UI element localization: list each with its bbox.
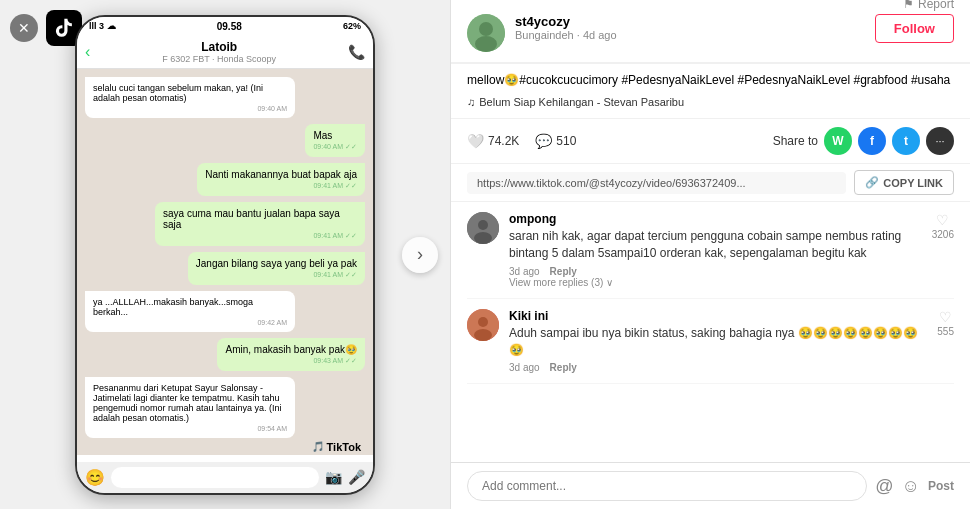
facebook-icon: f bbox=[870, 134, 874, 148]
at-mention-button[interactable]: @ bbox=[875, 476, 893, 497]
comments-list: ompong saran nih kak, agar dapat tercium… bbox=[451, 202, 970, 462]
video-info-header: st4ycozy Bungaindeh · 4d ago Follow bbox=[451, 0, 970, 63]
message-text: Nanti makanannya buat bapak aja bbox=[205, 169, 357, 180]
commenter-avatar bbox=[467, 212, 499, 244]
status-bar: lll 3 ☁ 09.58 62% bbox=[77, 17, 373, 36]
share-section: Share to W f t ··· bbox=[773, 127, 954, 155]
tiktok-watermark-text: TikTok bbox=[327, 441, 361, 453]
commenter-name: ompong bbox=[509, 212, 922, 226]
like-icon[interactable]: ♡ bbox=[939, 309, 952, 325]
svg-point-8 bbox=[474, 329, 492, 341]
comment-timestamp: 3d ago bbox=[509, 362, 540, 373]
camera-icon[interactable]: 📷 bbox=[325, 469, 342, 485]
emoji-icon[interactable]: 😊 bbox=[85, 468, 105, 487]
comment-body: ompong saran nih kak, agar dapat tercium… bbox=[509, 212, 922, 288]
reply-button[interactable]: Reply bbox=[550, 362, 577, 373]
comment-footer: 3d ago Reply bbox=[509, 362, 927, 373]
message-text: ya ...ALLLAH...makasih banyak...smoga be… bbox=[93, 297, 287, 317]
share-twitter-button[interactable]: t bbox=[892, 127, 920, 155]
svg-point-2 bbox=[475, 36, 497, 52]
message-time: 09:41 AM ✓✓ bbox=[205, 182, 357, 190]
tiktok-logo-svg bbox=[53, 17, 75, 39]
comment-timestamp: 3d ago bbox=[509, 266, 540, 277]
comment-body: Kiki ini Aduh sampai ibu nya bikin statu… bbox=[509, 309, 927, 374]
comment-like-section: ♡ 3206 bbox=[932, 212, 954, 288]
more-icon: ··· bbox=[935, 135, 944, 147]
music-title: Belum Siap Kehilangan - Stevan Pasaribu bbox=[479, 95, 684, 110]
chat-contact-info: Latoib F 6302 FBT · Honda Scoopy bbox=[96, 40, 342, 64]
view-more-replies-button[interactable]: View more replies (3) ∨ bbox=[509, 277, 922, 288]
back-button[interactable]: ‹ bbox=[85, 43, 90, 61]
comment-text: saran nih kak, agar dapat tercium penggu… bbox=[509, 228, 922, 262]
stats-bar: 🤍 74.2K 💬 510 Share to W f t ··· bbox=[451, 119, 970, 164]
message-text: selalu cuci tangan sebelum makan, ya! (I… bbox=[93, 83, 287, 103]
user-meta-label: Bungaindeh · 4d ago bbox=[515, 29, 865, 41]
message-text: Mas bbox=[313, 130, 357, 141]
message-time: 09:40 AM ✓✓ bbox=[313, 143, 357, 151]
message-time: 09:42 AM bbox=[93, 319, 287, 326]
svg-point-5 bbox=[474, 232, 492, 244]
comment-item: ompong saran nih kak, agar dapat tercium… bbox=[467, 202, 954, 299]
username-label: st4ycozy bbox=[515, 14, 865, 29]
message-bubble: selalu cuci tangan sebelum makan, ya! (I… bbox=[85, 77, 295, 118]
message-bubble: ya ...ALLLAH...makasih banyak...smoga be… bbox=[85, 291, 295, 332]
message-bubble: Mas 09:40 AM ✓✓ bbox=[305, 124, 365, 157]
video-caption: mellow🥹#cucokcucucimory #PedesnyaNaikLev… bbox=[451, 64, 970, 119]
music-info: ♫ Belum Siap Kehilangan - Stevan Pasarib… bbox=[467, 95, 954, 110]
likes-count: 74.2K bbox=[488, 134, 519, 148]
chat-area: selalu cuci tangan sebelum makan, ya! (I… bbox=[77, 69, 373, 455]
like-count: 3206 bbox=[932, 229, 954, 240]
follow-button[interactable]: Follow bbox=[875, 14, 954, 43]
svg-point-1 bbox=[479, 22, 493, 36]
mic-icon[interactable]: 🎤 bbox=[348, 469, 365, 485]
link-icon: 🔗 bbox=[865, 176, 879, 189]
share-label: Share to bbox=[773, 134, 818, 148]
tiktok-watermark: 🎵 TikTok bbox=[312, 441, 361, 453]
avatar-image bbox=[467, 14, 505, 52]
heart-icon: 🤍 bbox=[467, 133, 484, 149]
chat-input[interactable] bbox=[111, 467, 319, 488]
report-button[interactable]: ⚑ Report bbox=[903, 0, 954, 11]
message-text: Jangan bilang saya yang beli ya pak bbox=[196, 258, 357, 269]
comment-input-bar: @ ☺ Post bbox=[451, 462, 970, 509]
comment-like-section: ♡ 555 bbox=[937, 309, 954, 374]
post-comment-button[interactable]: Post bbox=[928, 479, 954, 493]
video-url: https://www.tiktok.com/@st4ycozy/video/6… bbox=[467, 172, 846, 194]
reply-button[interactable]: Reply bbox=[550, 266, 577, 277]
status-time: 09.58 bbox=[217, 21, 242, 32]
battery-indicator: 62% bbox=[343, 21, 361, 31]
share-more-button[interactable]: ··· bbox=[926, 127, 954, 155]
like-count: 555 bbox=[937, 326, 954, 337]
phone-frame: lll 3 ☁ 09.58 62% ‹ Latoib F 6302 FBT · … bbox=[75, 15, 375, 495]
sticker-button[interactable]: ☺ bbox=[902, 476, 920, 497]
message-time: 09:54 AM bbox=[93, 425, 287, 432]
svg-point-7 bbox=[478, 317, 488, 327]
message-time: 09:43 AM ✓✓ bbox=[225, 357, 357, 365]
comment-text: Aduh sampai ibu nya bikin status, saking… bbox=[509, 325, 927, 359]
music-icon: ♫ bbox=[467, 95, 475, 110]
message-bubble: Nanti makanannya buat bapak aja 09:41 AM… bbox=[197, 163, 365, 196]
copy-link-button[interactable]: 🔗 COPY LINK bbox=[854, 170, 954, 195]
next-video-button[interactable]: › bbox=[402, 237, 438, 273]
message-time: 09:41 AM ✓✓ bbox=[163, 232, 357, 240]
call-button[interactable]: 📞 bbox=[348, 44, 365, 60]
chat-input-bar: 😊 📷 🎤 bbox=[77, 462, 373, 493]
commenter-avatar bbox=[467, 309, 499, 341]
close-button[interactable]: ✕ bbox=[10, 14, 38, 42]
comment-footer: 3d ago Reply bbox=[509, 266, 922, 277]
left-panel: ✕ lll 3 ☁ 09.58 62% ‹ Latoib F 6302 FBT … bbox=[0, 0, 450, 509]
share-facebook-button[interactable]: f bbox=[858, 127, 886, 155]
flag-icon: ⚑ bbox=[903, 0, 914, 11]
signal-indicator: lll 3 ☁ bbox=[89, 21, 116, 31]
commenter-name: Kiki ini bbox=[509, 309, 927, 323]
whatsapp-icon: W bbox=[832, 134, 843, 148]
chevron-right-icon: › bbox=[417, 244, 423, 265]
comment-input[interactable] bbox=[467, 471, 867, 501]
share-whatsapp-button[interactable]: W bbox=[824, 127, 852, 155]
chat-header: ‹ Latoib F 6302 FBT · Honda Scoopy 📞 bbox=[77, 36, 373, 69]
contact-name: Latoib bbox=[96, 40, 342, 54]
message-bubble: Pesananmu dari Ketupat Sayur Salonsay - … bbox=[85, 377, 295, 438]
comment-icon: 💬 bbox=[535, 133, 552, 149]
svg-point-4 bbox=[478, 220, 488, 230]
like-icon[interactable]: ♡ bbox=[936, 212, 949, 228]
